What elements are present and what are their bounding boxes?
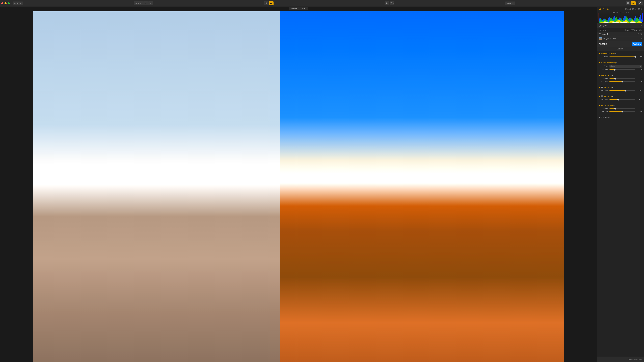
chevron-down-icon: ▼ (599, 62, 600, 63)
maximize-window[interactable] (8, 2, 10, 4)
svg-rect-25 (641, 38, 642, 39)
histo-focal: 18mm (620, 12, 624, 14)
zoom-out-button[interactable]: − (143, 1, 148, 5)
filter-block: ▼Golden HourAmount22Saturation0 (597, 73, 644, 85)
chevron-down-icon: ▼ (599, 105, 600, 106)
layers-tab-icon[interactable] (603, 8, 605, 10)
slider-track[interactable] (610, 90, 635, 91)
filter-title[interactable]: ▼Golden Hour (599, 74, 642, 76)
control-value: 22 (636, 108, 642, 110)
slider-thumb[interactable] (624, 90, 626, 91)
save-preset-button[interactable]: Save Filters Preset (597, 357, 644, 362)
history-button[interactable] (390, 1, 394, 5)
slider-thumb[interactable] (622, 81, 623, 82)
svg-rect-5 (628, 2, 629, 3)
tools-dropdown[interactable]: Tools (505, 1, 515, 5)
filter-swatch (601, 86, 603, 88)
highlight-clip-indicator (642, 13, 643, 22)
slider-track[interactable] (610, 99, 635, 100)
svg-rect-7 (628, 4, 629, 4)
preset-dropdown[interactable]: Custom (597, 47, 644, 51)
slider-track[interactable] (610, 69, 635, 70)
layers-add[interactable]: + (641, 25, 642, 27)
shadow-clip-indicator (598, 13, 599, 22)
svg-point-0 (266, 3, 267, 4)
presets-panel-button[interactable] (626, 1, 630, 5)
minimize-window[interactable] (4, 2, 6, 4)
slider-thumb[interactable] (617, 99, 619, 100)
undo-button[interactable] (384, 1, 389, 5)
filter-title[interactable]: ▼Microstructure (599, 104, 642, 106)
filter-title[interactable]: ▼Cross Processing (599, 61, 642, 63)
svg-point-24 (641, 34, 642, 34)
control-value: 20 (636, 69, 642, 70)
compare-button[interactable] (269, 1, 274, 5)
compare-divider[interactable] (280, 11, 280, 362)
image-preview[interactable] (33, 11, 564, 362)
lock-icon[interactable] (640, 37, 642, 40)
close-window[interactable] (1, 2, 3, 4)
filter-block: ▼Cross ProcessingTypeMiami▲▼Amount20 (597, 60, 644, 73)
filters-title[interactable]: FILTERS (599, 43, 608, 45)
slider-thumb[interactable] (614, 78, 616, 80)
filter-title[interactable]: ▼Accent - AI Filter (599, 52, 642, 54)
image-bitdepth: 16-bit (638, 8, 642, 10)
layer-thumbnail (599, 37, 602, 40)
chevron-down-icon: ▼ (599, 53, 600, 54)
slider-track[interactable] (610, 81, 635, 82)
layer-settings-icon[interactable] (639, 29, 641, 31)
slider-thumb[interactable] (614, 108, 616, 110)
preview-button[interactable] (264, 1, 268, 5)
filter-title[interactable]: ▶Sun Rays (599, 116, 642, 118)
slider-track[interactable] (610, 78, 635, 79)
share-button[interactable] (638, 1, 643, 5)
control-value: 50 (636, 111, 642, 112)
histo-aperture: f/3.5 (626, 12, 629, 14)
zoom-dropdown[interactable]: 30% (134, 1, 143, 5)
visibility-icon[interactable] (640, 33, 642, 35)
slider-track[interactable] (610, 56, 635, 57)
layer-row[interactable]: Layer 1 (597, 32, 644, 36)
filter-name: Exposure (604, 86, 613, 88)
svg-point-9 (633, 2, 633, 3)
open-button[interactable]: Open (13, 1, 23, 5)
slider-control: Boost100 (599, 56, 642, 58)
slider-thumb[interactable] (614, 69, 616, 70)
slider-track[interactable] (610, 108, 635, 109)
histogram-tab-icon[interactable] (599, 8, 601, 10)
control-label: Amount (599, 108, 608, 110)
filter-block: ▼MicrostructureAmount22Softness50 (597, 103, 644, 115)
blend-mode-select[interactable]: Normal (599, 29, 604, 31)
layer-row[interactable]: IMG_9593.CR2 (597, 36, 644, 41)
zoom-in-button[interactable]: + (148, 1, 153, 5)
filter-name: Exposure (604, 95, 613, 97)
svg-rect-2 (271, 2, 271, 4)
filter-title[interactable]: ▼Exposure (599, 95, 642, 97)
chevron-down-icon: ▼ (599, 87, 600, 88)
control-label: Saturation (599, 81, 608, 82)
filter-title[interactable]: ▼Exposure (599, 86, 642, 88)
brush-icon[interactable] (637, 33, 639, 35)
svg-point-11 (634, 3, 634, 3)
opacity-value[interactable]: 100% (631, 29, 637, 31)
histo-iso: ISO 100 (613, 12, 618, 14)
compare-icon (270, 2, 272, 4)
slider-track[interactable] (610, 111, 635, 112)
layer-name: Layer 1 (602, 33, 636, 35)
layers-collapse[interactable]: − (638, 25, 640, 27)
slider-control: Exposure-1.32 (599, 99, 642, 100)
info-tab-icon[interactable] (607, 8, 609, 10)
layers-title[interactable]: LAYERS (599, 25, 608, 27)
type-select[interactable]: Miami▲▼ (610, 65, 642, 68)
after-image (280, 11, 564, 362)
slider-thumb[interactable] (622, 111, 623, 112)
slider-control: Softness50 (599, 111, 642, 112)
add-filters-button[interactable]: Add Filters (632, 42, 642, 45)
side-panel-button[interactable] (631, 1, 636, 5)
histogram[interactable]: ISO 100 18mm f/3.5 (597, 11, 644, 23)
control-label: Boost (599, 56, 608, 58)
svg-rect-3 (272, 3, 272, 4)
window-controls (1, 2, 10, 4)
presets-icon (627, 2, 630, 4)
slider-thumb[interactable] (634, 56, 636, 58)
